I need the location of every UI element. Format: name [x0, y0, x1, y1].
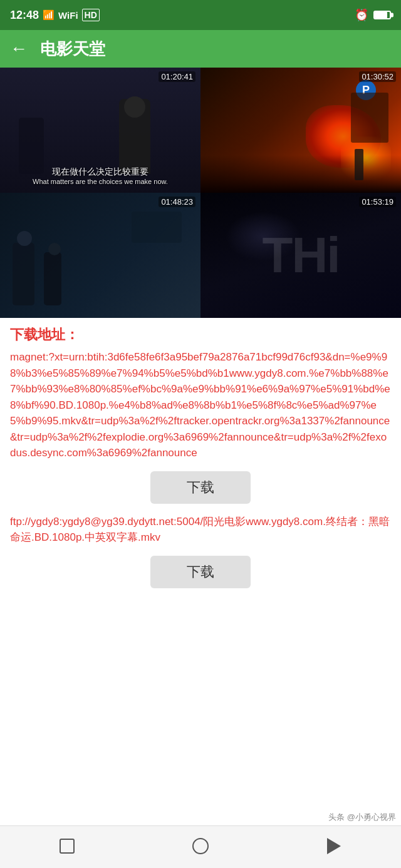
app-bar: ← 电影天堂	[0, 30, 401, 68]
video-timestamp-4: 01:53:19	[359, 197, 396, 207]
battery-icon	[373, 11, 391, 19]
back-icon	[327, 838, 341, 854]
status-left: 12:48 📶 WiFi HD	[10, 9, 100, 22]
nav-home-button[interactable]	[187, 832, 214, 860]
nav-back-button[interactable]	[320, 832, 348, 860]
video-cell-1[interactable]: 01:20:41 现在做什么决定比较重要 What matters are th…	[0, 68, 200, 193]
content-area: 下载地址： magnet:?xt=urn:btih:3d6fe58fe6f3a9…	[0, 318, 401, 656]
status-right: ⏰	[355, 8, 391, 22]
app-title: 电影天堂	[40, 38, 105, 60]
download-button-1[interactable]: 下载	[150, 471, 251, 504]
video-cell-2[interactable]: P 01:30:52	[200, 68, 401, 193]
bottom-nav	[0, 825, 401, 868]
download-label: 下载地址：	[10, 325, 391, 344]
video-timestamp-2: 01:30:52	[359, 71, 396, 82]
video-cell-3[interactable]: 01:48:23	[0, 193, 200, 318]
wifi-icon: WiFi	[58, 10, 78, 21]
status-bar: 12:48 📶 WiFi HD ⏰	[0, 0, 401, 30]
hd-label: HD	[82, 9, 100, 21]
magnet-link[interactable]: magnet:?xt=urn:btih:3d6fe58fe6f3a95bef79…	[10, 349, 391, 461]
ftp-link[interactable]: ftp://ygdy8:ygdy8@yg39.dydytt.net:5004/阳…	[10, 514, 391, 546]
scene-4: THi	[200, 193, 401, 318]
back-button[interactable]: ←	[10, 39, 28, 59]
video-timestamp-3: 01:48:23	[159, 197, 195, 207]
signal-icon: 📶	[43, 9, 55, 21]
video-subtitle-1: 现在做什么决定比较重要 What matters are the choices…	[0, 166, 200, 185]
alarm-icon: ⏰	[355, 8, 368, 22]
download-button-2[interactable]: 下载	[150, 556, 251, 588]
nav-recents-button[interactable]	[53, 832, 81, 860]
scene-2: P	[200, 68, 401, 193]
watermark: 头条 @小勇心视界	[328, 812, 396, 823]
scene-3	[0, 193, 200, 318]
status-time: 12:48	[10, 9, 39, 22]
battery-fill	[375, 12, 387, 18]
home-icon	[192, 838, 209, 854]
video-cell-4[interactable]: THi 01:53:19	[200, 193, 401, 318]
bottom-spacer	[10, 593, 391, 643]
video-timestamp-1: 01:20:41	[159, 71, 195, 82]
recents-icon	[60, 839, 75, 854]
video-grid: 01:20:41 现在做什么决定比较重要 What matters are th…	[0, 68, 401, 318]
